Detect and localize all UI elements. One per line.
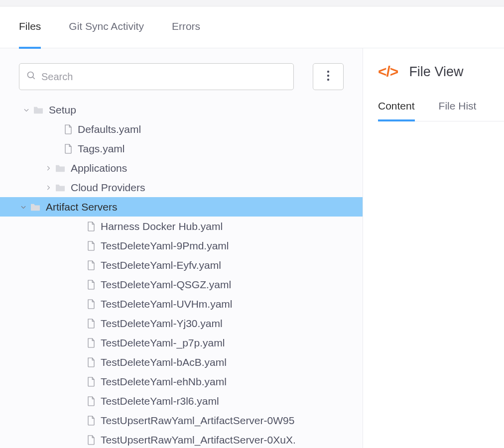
chevron-right-icon xyxy=(44,184,53,191)
tree-label: Setup xyxy=(49,104,76,116)
file-icon xyxy=(87,415,96,426)
tree-file[interactable]: TestDeleteYaml-r3l6.yaml xyxy=(19,391,363,411)
file-view-tabs: Content File Hist xyxy=(378,100,504,121)
kebab-icon xyxy=(327,70,330,84)
file-icon xyxy=(87,279,96,290)
tree-label: Defaults.yaml xyxy=(78,123,141,135)
tree-label: TestDeleteYaml-bAcB.yaml xyxy=(101,356,227,368)
chevron-down-icon xyxy=(19,204,28,211)
file-icon xyxy=(87,357,96,368)
file-icon xyxy=(87,299,96,310)
svg-point-0 xyxy=(28,72,34,78)
tab-file-history[interactable]: File Hist xyxy=(439,100,477,121)
main-tabs: Files Git Sync Activity Errors xyxy=(0,6,504,48)
tree-file[interactable]: TestDeleteYaml-UVHm.yaml xyxy=(19,294,363,314)
chevron-right-icon xyxy=(44,165,53,172)
tree-file[interactable]: TestDeleteYaml-bAcB.yaml xyxy=(19,352,363,372)
file-icon xyxy=(64,143,73,154)
tree-folder-cloud-providers[interactable]: Cloud Providers xyxy=(19,178,363,197)
tree-label: TestDeleteYaml-Yj30.yaml xyxy=(101,318,223,330)
tree-label: TestDeleteYaml-UVHm.yaml xyxy=(101,298,233,310)
tree-file[interactable]: TestUpsertRawYaml_ArtifactServer-0XuX. xyxy=(19,430,363,448)
more-options-button[interactable] xyxy=(313,63,344,90)
tree-file[interactable]: TestDeleteYaml-ehNb.yaml xyxy=(19,372,363,391)
file-tree-panel: Setup Defaults.yamlTags.yaml Application… xyxy=(0,48,363,448)
chevron-down-icon xyxy=(22,107,31,113)
file-view-title: File View xyxy=(409,64,463,80)
code-icon: </> xyxy=(378,63,398,80)
folder-icon xyxy=(55,164,66,173)
tree-folder-setup[interactable]: Setup xyxy=(19,100,363,119)
tree-file[interactable]: TestDeleteYaml-Eyfv.yaml xyxy=(19,255,363,275)
svg-point-3 xyxy=(327,74,329,76)
tab-git-sync-activity[interactable]: Git Sync Activity xyxy=(69,20,144,34)
svg-point-2 xyxy=(327,70,329,72)
tree-folder-artifact-servers[interactable]: Artifact Servers xyxy=(0,197,363,217)
tree-folder-applications[interactable]: Applications xyxy=(19,158,363,178)
tree-file[interactable]: TestDeleteYaml-QSGZ.yaml xyxy=(19,275,363,294)
tree-label: TestUpsertRawYaml_ArtifactServer-0W95 xyxy=(101,415,294,427)
svg-point-4 xyxy=(327,78,329,80)
tree-file[interactable]: Defaults.yaml xyxy=(19,119,363,139)
tree-label: TestDeleteYaml-r3l6.yaml xyxy=(101,395,219,407)
file-icon xyxy=(87,260,96,271)
file-view-panel: </> File View Content File Hist xyxy=(363,48,504,448)
tree-label: Cloud Providers xyxy=(71,182,145,194)
file-icon xyxy=(87,240,96,251)
tree-file[interactable]: Tags.yaml xyxy=(19,139,363,158)
tree-label: Artifact Servers xyxy=(46,201,118,213)
folder-icon xyxy=(33,106,44,114)
tree-label: TestDeleteYaml-_p7p.yaml xyxy=(101,337,225,349)
file-icon xyxy=(87,318,96,329)
folder-icon xyxy=(55,183,66,192)
file-icon xyxy=(87,221,96,232)
tree-label: TestUpsertRawYaml_ArtifactServer-0XuX. xyxy=(101,434,296,446)
search-icon xyxy=(26,71,36,83)
tab-errors[interactable]: Errors xyxy=(172,20,200,34)
tab-content[interactable]: Content xyxy=(378,100,415,121)
file-icon xyxy=(87,396,96,407)
search-input-container[interactable] xyxy=(19,63,294,90)
top-strip xyxy=(0,0,504,6)
tree-label: TestDeleteYaml-Eyfv.yaml xyxy=(101,259,221,271)
tree-file[interactable]: Harness Docker Hub.yaml xyxy=(19,217,363,236)
tree-label: Harness Docker Hub.yaml xyxy=(101,221,223,232)
tree-file[interactable]: TestDeleteYaml-9Pmd.yaml xyxy=(19,236,363,255)
tree-label: TestDeleteYaml-QSGZ.yaml xyxy=(101,279,231,291)
file-tree: Setup Defaults.yamlTags.yaml Application… xyxy=(0,100,363,448)
svg-line-1 xyxy=(33,77,35,79)
search-input[interactable] xyxy=(41,71,286,83)
tab-files[interactable]: Files xyxy=(19,20,41,34)
tree-file[interactable]: TestDeleteYaml-Yj30.yaml xyxy=(19,314,363,333)
tree-file[interactable]: TestUpsertRawYaml_ArtifactServer-0W95 xyxy=(19,411,363,430)
file-icon xyxy=(87,435,96,446)
folder-icon xyxy=(30,203,41,212)
file-icon xyxy=(64,124,73,135)
tree-label: TestDeleteYaml-ehNb.yaml xyxy=(101,376,227,388)
tree-label: Applications xyxy=(71,162,127,174)
file-icon xyxy=(87,376,96,387)
tree-label: TestDeleteYaml-9Pmd.yaml xyxy=(101,240,229,252)
tree-label: Tags.yaml xyxy=(78,143,125,155)
tree-file[interactable]: TestDeleteYaml-_p7p.yaml xyxy=(19,333,363,352)
file-icon xyxy=(87,337,96,348)
